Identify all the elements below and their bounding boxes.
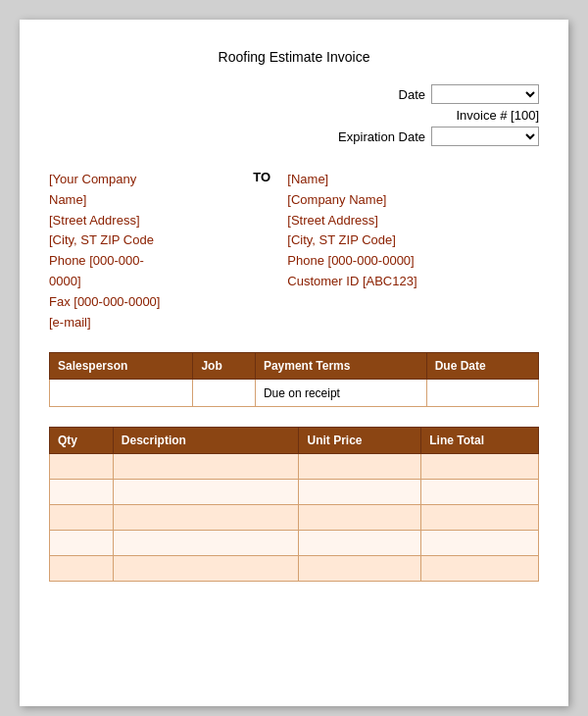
cell-description xyxy=(113,505,299,531)
cell-description xyxy=(113,480,299,505)
date-row: Date xyxy=(399,84,539,104)
cell-qty xyxy=(50,531,114,556)
cell-line-total xyxy=(421,454,539,480)
from-line-8: [e-mail] xyxy=(49,313,253,333)
cell-due-date xyxy=(426,380,538,407)
expiration-select[interactable] xyxy=(431,127,539,146)
cell-line-total xyxy=(421,556,539,582)
cell-unit-price xyxy=(299,531,421,556)
from-line-3: [Street Address] xyxy=(49,211,253,231)
address-section: [Your Company Name] [Street Address] [Ci… xyxy=(49,170,539,332)
cell-description xyxy=(113,556,299,582)
cell-qty xyxy=(50,556,114,582)
cell-payment-terms: Due on receipt xyxy=(255,380,426,407)
to-address: [Name] [Company Name] [Street Address] [… xyxy=(287,170,539,332)
date-label: Date xyxy=(399,87,425,102)
col-due-date: Due Date xyxy=(426,353,538,380)
cell-unit-price xyxy=(299,480,421,505)
sales-row: Due on receipt xyxy=(50,380,539,407)
sales-table: Salesperson Job Payment Terms Due Date D… xyxy=(49,352,539,407)
table-row xyxy=(50,556,539,582)
table-row xyxy=(50,505,539,531)
items-table: Qty Description Unit Price Line Total xyxy=(49,427,539,582)
invoice-num-row: Invoice # [100] xyxy=(456,108,539,123)
to-line-2: [Company Name] xyxy=(287,190,539,211)
to-line-6: Customer ID [ABC123] xyxy=(287,272,539,292)
from-line-4: [City, ST ZIP Code xyxy=(49,230,253,251)
cell-line-total xyxy=(421,531,539,556)
col-payment-terms: Payment Terms xyxy=(255,353,426,380)
header-section: Date Invoice # [100] Expiration Date xyxy=(49,84,539,150)
to-line-5: Phone [000-000-0000] xyxy=(287,251,539,272)
col-line-total: Line Total xyxy=(421,428,539,454)
col-unit-price: Unit Price xyxy=(299,428,421,454)
to-line-4: [City, ST ZIP Code] xyxy=(287,230,539,251)
from-line-6: 0000] xyxy=(49,272,253,292)
to-label: TO xyxy=(253,170,277,332)
cell-description xyxy=(113,454,299,480)
expiration-row: Expiration Date xyxy=(338,127,539,146)
cell-job xyxy=(193,380,256,407)
table-row xyxy=(50,454,539,480)
cell-description xyxy=(113,531,299,556)
col-qty: Qty xyxy=(50,428,114,454)
to-line-3: [Street Address] xyxy=(287,211,539,231)
cell-line-total xyxy=(421,480,539,505)
from-address: [Your Company Name] [Street Address] [Ci… xyxy=(49,170,253,332)
table-row xyxy=(50,480,539,505)
col-salesperson: Salesperson xyxy=(50,353,193,380)
expiration-label: Expiration Date xyxy=(338,129,425,144)
cell-unit-price xyxy=(299,556,421,582)
table-row xyxy=(50,531,539,556)
to-section: TO [Name] [Company Name] [Street Address… xyxy=(253,170,539,332)
page-title: Roofing Estimate Invoice xyxy=(49,49,539,65)
cell-line-total xyxy=(421,505,539,531)
cell-qty xyxy=(50,454,114,480)
date-select[interactable] xyxy=(431,84,539,104)
cell-unit-price xyxy=(299,454,421,480)
cell-qty xyxy=(50,505,114,531)
cell-qty xyxy=(50,480,114,505)
cell-unit-price xyxy=(299,505,421,531)
from-line-1: [Your Company xyxy=(49,170,253,190)
cell-salesperson xyxy=(50,380,193,407)
col-job: Job xyxy=(193,353,256,380)
invoice-number: Invoice # [100] xyxy=(456,108,539,123)
invoice-page: Roofing Estimate Invoice Date Invoice # … xyxy=(20,20,568,706)
col-description: Description xyxy=(113,428,299,454)
from-line-5: Phone [000-000- xyxy=(49,251,253,272)
to-line-1: [Name] xyxy=(287,170,539,190)
from-line-2: Name] xyxy=(49,190,253,211)
from-line-7: Fax [000-000-0000] xyxy=(49,292,253,313)
